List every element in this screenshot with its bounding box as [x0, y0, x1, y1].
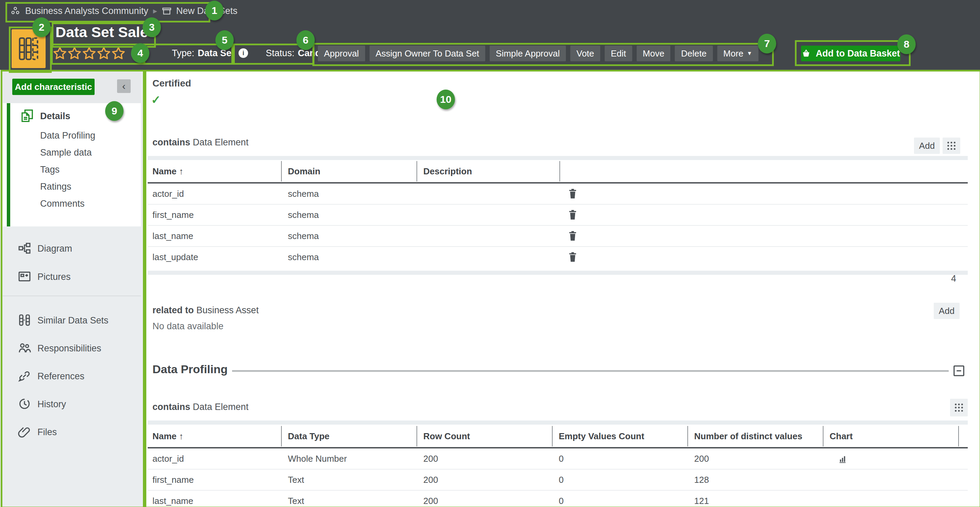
- column-header-data-type[interactable]: Data Type: [288, 425, 329, 447]
- sidebar-item-tags[interactable]: Tags: [40, 164, 60, 175]
- sidebar-item-data-profiling[interactable]: Data Profiling: [40, 131, 95, 141]
- contains-data-element-heading-2: contains Data Element: [153, 402, 248, 412]
- certified-check-icon: ✓: [151, 93, 161, 107]
- add-data-element-button[interactable]: Add: [914, 137, 940, 154]
- table-row[interactable]: first_name schema: [148, 205, 968, 226]
- star-icon: [68, 46, 81, 60]
- screen: Business Analysts Community ▸ New Data S…: [0, 0, 980, 507]
- simple-approval-button[interactable]: Simple Approval: [490, 46, 566, 61]
- sidebar-item-ratings[interactable]: Ratings: [40, 182, 72, 192]
- add-to-data-basket-button[interactable]: Add to Data Basket: [801, 46, 900, 61]
- data-set-type-icon: [11, 29, 46, 68]
- domain-icon: [162, 6, 172, 16]
- sidebar-divider: [3, 295, 141, 296]
- sidebar: Add characteristic ‹ Details Data Profil…: [0, 70, 143, 507]
- table-row[interactable]: last_name Text 200 0 121: [148, 491, 968, 507]
- breadcrumb-domain-link[interactable]: New Data Sets: [176, 6, 237, 16]
- star-icon: [111, 46, 125, 60]
- sidebar-item-references[interactable]: References: [37, 371, 84, 382]
- star-icon: [53, 46, 67, 60]
- contains-table-header: Name ↑ Domain Description: [148, 160, 968, 182]
- section-rule: [232, 370, 949, 372]
- active-section-indicator: [7, 103, 10, 226]
- table-row[interactable]: actor_id schema: [148, 183, 968, 205]
- asset-meta-row: (0) Type: Data Set i Status: Candidate: [53, 45, 342, 61]
- star-icon: [97, 46, 111, 60]
- references-icon: [18, 369, 31, 383]
- sidebar-item-comments[interactable]: Comments: [40, 199, 85, 209]
- column-header-distinct-values[interactable]: Number of distinct values: [694, 425, 802, 447]
- approval-button[interactable]: Approval: [318, 46, 365, 61]
- delete-button[interactable]: Delete: [675, 46, 713, 61]
- basket-icon: [801, 49, 811, 58]
- type-value: Data Set: [198, 48, 234, 59]
- move-button[interactable]: Move: [637, 46, 671, 61]
- sidebar-item-sample-data[interactable]: Sample data: [40, 147, 92, 158]
- sidebar-item-similar-data-sets[interactable]: Similar Data Sets: [37, 315, 108, 326]
- bar-chart-icon[interactable]: [839, 454, 848, 463]
- page-title: Data Set Sales: [56, 24, 156, 40]
- sidebar-item-diagram[interactable]: Diagram: [37, 244, 72, 254]
- row-count-total: 4: [902, 273, 956, 284]
- rating-count: (0): [130, 48, 142, 59]
- table-top-strip: [148, 156, 968, 160]
- column-header-domain[interactable]: Domain: [288, 160, 320, 182]
- sidebar-collapse-button[interactable]: ‹: [117, 79, 130, 93]
- table-bottom-strip: [148, 271, 968, 275]
- table-row[interactable]: last_name schema: [148, 226, 968, 247]
- related-to-heading: related to Business Asset: [153, 305, 259, 316]
- action-toolbar: Approval Assign Owner To Data Set Simple…: [318, 46, 759, 61]
- certified-heading: Certified: [153, 78, 191, 89]
- collapse-section-icon[interactable]: [952, 364, 966, 378]
- sidebar-item-details[interactable]: Details: [40, 111, 70, 121]
- rating-stars[interactable]: [53, 46, 125, 60]
- vote-button[interactable]: Vote: [570, 46, 600, 61]
- column-header-description[interactable]: Description: [423, 160, 472, 182]
- sidebar-item-responsibilities[interactable]: Responsibilities: [37, 343, 102, 354]
- breadcrumb: Business Analysts Community ▸ New Data S…: [10, 5, 237, 17]
- table-row[interactable]: last_update schema: [148, 247, 968, 267]
- similar-data-sets-icon: [18, 313, 31, 327]
- sidebar-details-section: Details Data Profiling Sample data Tags …: [3, 103, 141, 226]
- sidebar-item-files[interactable]: Files: [37, 427, 57, 438]
- app-header: Business Analysts Community ▸ New Data S…: [0, 0, 980, 70]
- sidebar-item-pictures[interactable]: Pictures: [37, 272, 71, 282]
- delete-row-trash-icon[interactable]: [568, 188, 578, 199]
- type-label: Type:: [172, 48, 194, 59]
- community-icon: [10, 6, 21, 16]
- star-icon: [82, 46, 96, 60]
- breadcrumb-community-link[interactable]: Business Analysts Community: [25, 6, 148, 16]
- more-button[interactable]: More ▼: [717, 46, 759, 61]
- table-top-strip: [148, 421, 968, 425]
- breadcrumb-separator-icon: ▸: [153, 6, 157, 16]
- column-header-name[interactable]: Name ↑: [153, 160, 183, 182]
- column-header-chart[interactable]: Chart: [830, 425, 853, 447]
- assign-owner-button[interactable]: Assign Owner To Data Set: [369, 46, 485, 61]
- responsibilities-icon: [18, 341, 31, 355]
- table-row[interactable]: first_name Text 200 0 128: [148, 470, 968, 491]
- history-icon: [18, 397, 31, 411]
- sort-ascending-icon: ↑: [179, 431, 183, 441]
- files-paperclip-icon: [18, 425, 31, 438]
- column-header-row-count[interactable]: Row Count: [423, 425, 470, 447]
- add-related-button[interactable]: Add: [934, 303, 959, 319]
- delete-row-trash-icon[interactable]: [568, 251, 578, 263]
- info-icon[interactable]: i: [239, 48, 248, 58]
- sort-ascending-icon: ↑: [179, 166, 183, 176]
- delete-row-trash-icon[interactable]: [568, 230, 578, 242]
- column-header-empty-values[interactable]: Empty Values Count: [559, 425, 644, 447]
- table-row[interactable]: actor_id Whole Number 200 0 200: [148, 448, 968, 470]
- status-label: Status:: [266, 48, 294, 59]
- data-profiling-heading: Data Profiling: [153, 363, 228, 376]
- pictures-icon: [18, 269, 31, 283]
- edit-button[interactable]: Edit: [605, 46, 632, 61]
- column-header-name[interactable]: Name ↑: [153, 425, 183, 447]
- column-settings-grid-icon[interactable]: [943, 137, 960, 154]
- details-document-icon: [21, 109, 34, 123]
- column-settings-grid-icon[interactable]: [950, 399, 968, 416]
- add-characteristic-button[interactable]: Add characteristic: [12, 79, 95, 95]
- delete-row-trash-icon[interactable]: [568, 209, 578, 221]
- sidebar-item-history[interactable]: History: [37, 399, 66, 410]
- main-content: Certified ✓ contains Data Element Add Na…: [143, 70, 980, 507]
- no-data-text: No data available: [153, 321, 224, 332]
